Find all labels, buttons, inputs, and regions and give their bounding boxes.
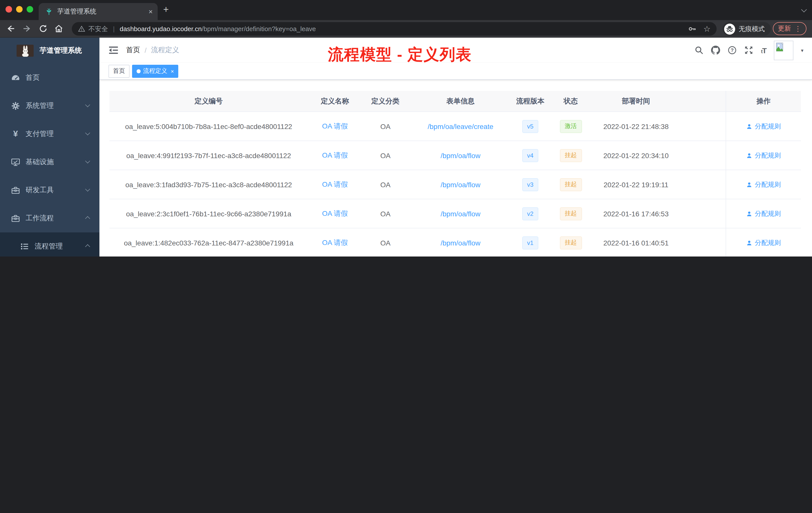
sidebar-submenu-workflow: 流程管理 流程表单 用户分组 流程模型 [0, 233, 99, 256]
form-link[interactable]: /bpm/oa/flow [441, 239, 481, 247]
sidebar-item-payment[interactable]: ¥ 支付管理 [0, 120, 99, 148]
definition-name-link[interactable]: OA 请假 [322, 238, 348, 247]
font-size-icon[interactable]: tT [761, 46, 766, 55]
status-badge: 挂起 [560, 178, 582, 191]
chevron-down-icon [85, 186, 90, 191]
sidebar-item-process-management[interactable]: 流程管理 [0, 233, 99, 256]
update-label: 更新 [778, 24, 791, 33]
password-key-icon[interactable] [688, 25, 696, 33]
cell-category: OA [362, 229, 409, 256]
version-badge: v2 [522, 207, 538, 220]
sidebar-item-workflow[interactable]: 工作流程 [0, 204, 99, 233]
sidebar-item-label: 流程管理 [35, 242, 63, 251]
browser-update-button[interactable]: 更新 ⋮ [773, 22, 807, 35]
table-row: oa_leave:3:1fad3d93-7b75-11ec-a3c8-acde4… [110, 170, 801, 199]
chevron-up-icon [85, 216, 90, 221]
cell-definition-id: oa_leave:5:004b710b-7b8a-11ec-8ef0-acde4… [110, 112, 308, 141]
security-label[interactable]: 不安全 [88, 24, 108, 33]
column-header: 定义名称 [308, 91, 362, 112]
definition-name-link[interactable]: OA 请假 [322, 209, 348, 218]
home-button[interactable] [54, 24, 64, 34]
sidebar-item-label: 系统管理 [26, 101, 54, 111]
table-header: 定义编号 定义名称 定义分类 表单信息 流程版本 状态 部署时间 操作 [110, 91, 801, 112]
form-link[interactable]: /bpm/oa/leave/create [428, 122, 493, 130]
app-window: 芋道管理系统 首页 系统管理 ¥ 支付管理 [0, 38, 812, 256]
sidebar-item-label: 支付管理 [26, 129, 54, 139]
browser-menu-kebab-icon[interactable]: ⋮ [794, 25, 802, 33]
status-badge: 激活 [560, 120, 582, 133]
assign-rule-button[interactable]: 分配规则 [746, 209, 781, 218]
breadcrumb-current: 流程定义 [151, 46, 179, 55]
avatar-caret-icon[interactable]: ▾ [801, 48, 804, 53]
forward-button[interactable] [23, 24, 32, 34]
sidebar-item-label: 首页 [26, 73, 40, 82]
form-link[interactable]: /bpm/oa/flow [441, 151, 481, 159]
tab-close-icon[interactable]: × [149, 8, 153, 15]
search-icon[interactable] [695, 46, 704, 55]
definition-table: 定义编号 定义名称 定义分类 表单信息 流程版本 状态 部署时间 操作 oa_l… [110, 91, 801, 256]
assign-rule-button[interactable]: 分配规则 [746, 238, 781, 247]
person-icon [746, 240, 752, 246]
url-divider: | [113, 25, 115, 33]
browser-tab[interactable]: 芋道管理系统 × [39, 3, 158, 20]
bookmark-star-icon[interactable]: ☆ [703, 24, 710, 34]
cell-deploy-time: 2022-01-22 19:19:11 [593, 170, 679, 199]
version-badge: v3 [522, 178, 538, 191]
url-path: /bpm/manager/definition?key=oa_leave [202, 25, 316, 33]
new-tab-button[interactable]: + [163, 4, 169, 14]
tags-view: 首页 流程定义 × [99, 63, 812, 80]
collapse-sidebar-icon[interactable] [109, 45, 118, 55]
sidebar-item-system[interactable]: 系统管理 [0, 92, 99, 120]
assign-rule-button[interactable]: 分配规则 [746, 122, 781, 131]
sidebar-item-label: 研发工具 [26, 186, 54, 195]
close-window-button[interactable] [5, 6, 12, 12]
assign-rule-button[interactable]: 分配规则 [746, 151, 781, 160]
window-controls[interactable] [5, 6, 33, 12]
cell-definition-id: oa_leave:1:482ec033-762a-11ec-8477-a2380… [110, 229, 308, 256]
incognito-icon [724, 23, 735, 34]
cell-definition-id: oa_leave:4:991f2193-7b7f-11ec-a3c8-acde4… [110, 141, 308, 170]
column-header: 流程版本 [512, 91, 548, 112]
avatar[interactable] [774, 40, 793, 60]
definition-name-link[interactable]: OA 请假 [322, 180, 348, 189]
tab-favicon-plant-icon [45, 8, 53, 15]
definition-name-link[interactable]: OA 请假 [322, 151, 348, 160]
column-header: 状态 [548, 91, 593, 112]
tag-close-icon[interactable]: × [171, 68, 174, 74]
tab-search-chevron-icon[interactable] [801, 7, 807, 12]
form-link[interactable]: /bpm/oa/flow [441, 210, 481, 218]
url-bar[interactable]: 不安全 | dashboard.yudao.iocoder.cn/bpm/man… [72, 22, 717, 36]
breadcrumb-home[interactable]: 首页 [126, 46, 140, 55]
sidebar-item-home[interactable]: 首页 [0, 64, 99, 92]
sidebar-item-dev-tools[interactable]: 研发工具 [0, 176, 99, 204]
tag-process-definition[interactable]: 流程定义 × [132, 64, 178, 78]
breadcrumb-separator: / [145, 46, 147, 54]
reload-button[interactable] [39, 24, 48, 34]
minimize-window-button[interactable] [16, 6, 23, 12]
fullscreen-icon[interactable] [745, 46, 754, 55]
table-row: oa_leave:2:3c1f0ef1-76b1-11ec-9c66-a2380… [110, 199, 801, 229]
url-host: dashboard.yudao.iocoder.cn [120, 25, 202, 33]
app-navbar: 首页 / 流程定义 流程模型 - 定义列表 ? tT ▾ [99, 38, 812, 63]
assign-rule-button[interactable]: 分配规则 [746, 180, 781, 189]
table-row: oa_leave:1:482ec033-762a-11ec-8477-a2380… [110, 229, 801, 256]
zoom-window-button[interactable] [27, 6, 33, 12]
tab-title: 芋道管理系统 [57, 7, 149, 16]
sidebar-logo[interactable]: 芋道管理系统 [0, 38, 99, 64]
security-warning-icon [78, 25, 85, 33]
sidebar-menu: 首页 系统管理 ¥ 支付管理 基础设施 [0, 64, 99, 256]
tag-label: 首页 [113, 67, 125, 75]
help-icon[interactable]: ? [728, 46, 737, 55]
sidebar-item-infrastructure[interactable]: 基础设施 [0, 148, 99, 176]
back-button[interactable] [6, 24, 16, 34]
github-icon[interactable] [711, 46, 720, 55]
tag-home[interactable]: 首页 [109, 64, 129, 78]
chevron-down-icon [85, 158, 90, 163]
svg-text:?: ? [731, 48, 734, 53]
cell-category: OA [362, 141, 409, 170]
person-icon [746, 181, 752, 187]
cell-definition-id: oa_leave:3:1fad3d93-7b75-11ec-a3c8-acde4… [110, 170, 308, 199]
definition-name-link[interactable]: OA 请假 [322, 122, 348, 131]
column-header: 定义编号 [110, 91, 308, 112]
form-link[interactable]: /bpm/oa/flow [441, 180, 481, 188]
